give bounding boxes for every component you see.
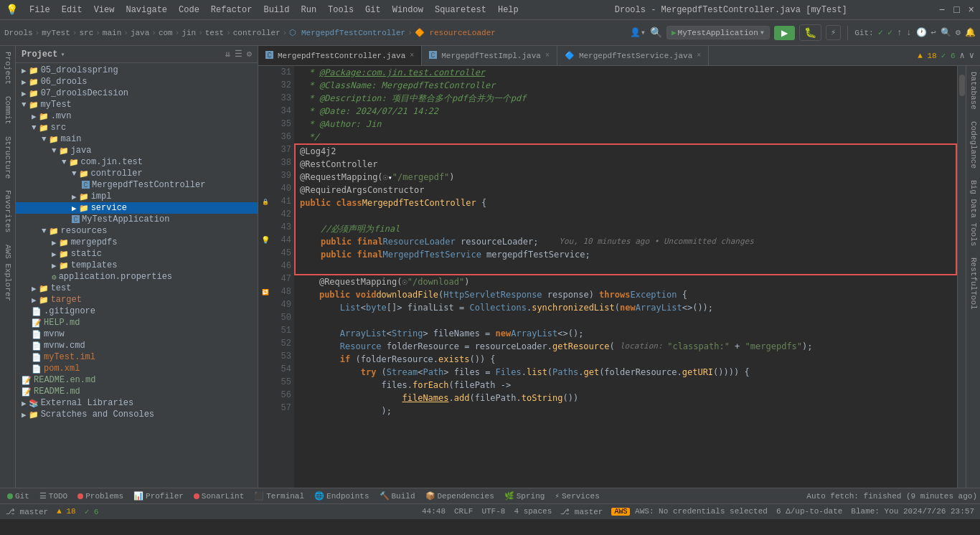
panel-settings-icon[interactable]: ⚙	[247, 49, 252, 60]
code-line-56[interactable]: fileNames.add(filePath.toString())	[294, 392, 957, 404]
terminal-tab-btn[interactable]: ⬛ Terminal	[250, 491, 308, 501]
code-line-47[interactable]: @RequestMapping(☉"/download")	[294, 275, 957, 288]
menu-git[interactable]: Git	[361, 4, 385, 16]
git-push[interactable]: ↑	[897, 28, 902, 38]
menu-window[interactable]: Window	[388, 4, 428, 16]
git-status[interactable]: ⎇ master	[6, 507, 48, 516]
profiler-tab-btn[interactable]: 📊 Profiler	[129, 491, 188, 501]
code-line-52[interactable]: Resource folderResource = resourceLoader…	[294, 340, 957, 353]
code-line-50[interactable]	[294, 314, 957, 327]
git-check2[interactable]: ✓	[887, 27, 892, 38]
tree-item-com-jin-test[interactable]: ▼ 📁 com.jin.test	[16, 156, 258, 168]
menu-view[interactable]: View	[90, 4, 119, 16]
tree-item-mergepdftestcontroller[interactable]: 🅲 MergepdfTestController	[16, 179, 258, 191]
code-line-34[interactable]: * @Date: 2024/07/21 14:22	[294, 105, 957, 118]
code-line-38[interactable]: @RestController	[296, 158, 956, 171]
scrollbar-thumb[interactable]	[959, 75, 965, 96]
cursor-position[interactable]: 44:48	[422, 507, 446, 516]
bc-class[interactable]: ⬡ MergepdfTestController	[289, 28, 405, 37]
menu-build[interactable]: Build	[259, 4, 293, 16]
tree-item-06-drools[interactable]: ▶ 📁 06_drools	[16, 76, 258, 87]
tree-item-service[interactable]: ▶ 📁 service	[16, 202, 258, 214]
sonar-tab-btn[interactable]: SonarLint	[189, 491, 248, 501]
indent[interactable]: 4 spaces	[514, 507, 552, 516]
code-line-35[interactable]: * @Author: Jin	[294, 118, 957, 131]
window-controls[interactable]: − □ ×	[939, 4, 974, 16]
nav-up-icon[interactable]: ∧	[960, 50, 965, 61]
tree-item-test[interactable]: ▶ 📁 test	[16, 283, 258, 294]
tree-item-mergepdfs[interactable]: ▶ 📁 mergepdfs	[16, 237, 258, 248]
code-line-36[interactable]: */	[294, 131, 957, 143]
tree-item-mytestapplication[interactable]: 🅲 MyTestApplication	[16, 214, 258, 225]
tree-item-main[interactable]: ▼ 📁 main	[16, 133, 258, 145]
panel-bigdata[interactable]: Big Data Tools	[968, 174, 979, 252]
sidebar-commit-label[interactable]: Commit	[2, 90, 14, 131]
code-line-42[interactable]	[296, 209, 956, 222]
code-line-39[interactable]: @RequestMapping(☉▾"/mergepdf")	[296, 171, 956, 184]
bc-java[interactable]: java	[131, 29, 149, 37]
endpoints-tab-btn[interactable]: 🌐 Endpoints	[310, 491, 373, 501]
dependencies-tab-btn[interactable]: 📦 Dependencies	[421, 491, 499, 501]
tab-mergepdftestimpl[interactable]: 🅲 MergepdfTestImpl.java ×	[422, 46, 557, 65]
problems-tab-btn[interactable]: Problems	[73, 491, 128, 501]
git-check1[interactable]: ✓	[878, 27, 883, 38]
code-line-46[interactable]	[296, 261, 956, 274]
panel-restfultool[interactable]: RestfulTool	[968, 252, 979, 316]
bc-src[interactable]: src	[79, 29, 93, 37]
code-line-51[interactable]: ArrayList<String> fileNames = new ArrayL…	[294, 327, 957, 340]
collapse-all-icon[interactable]: ⇊	[225, 49, 230, 60]
code-editor[interactable]: * @Package:com.jin.test.controller * @Cl…	[294, 66, 957, 488]
tab-close-btn[interactable]: ×	[410, 52, 414, 60]
code-line-40[interactable]: @RequiredArgsConstructor	[296, 184, 956, 197]
hide-panel-icon[interactable]: ☰	[235, 49, 242, 60]
tree-item-java[interactable]: ▼ 📁 java	[16, 145, 258, 156]
tab-close-btn[interactable]: ×	[697, 52, 701, 60]
git-branch[interactable]: ⎇ master	[560, 507, 603, 516]
tab-close-btn[interactable]: ×	[545, 52, 550, 60]
spring-tab-btn[interactable]: 🌿 Spring	[500, 491, 550, 501]
code-line-43[interactable]: //必须声明为final	[296, 222, 956, 235]
tree-item-07-droolsdecision[interactable]: ▶ 📁 07_droolsDecision	[16, 87, 258, 99]
panel-codeglance[interactable]: Codeglance	[968, 115, 979, 174]
run-button[interactable]: ▶	[774, 26, 795, 40]
bc-main[interactable]: main	[103, 29, 121, 37]
menu-refactor[interactable]: Refactor	[207, 4, 257, 16]
code-line-54[interactable]: try (Stream<Path> files = Files.list(Pat…	[294, 366, 957, 379]
tree-item-src[interactable]: ▼ 📁 src	[16, 122, 258, 133]
tree-item-impl[interactable]: ▶ 📁 impl	[16, 191, 258, 202]
tree-item-scratches[interactable]: ▶ 📁 Scratches and Consoles	[16, 409, 258, 420]
encoding[interactable]: UTF-8	[481, 507, 505, 516]
code-line-53[interactable]: if (folderResource.exists()) {	[294, 353, 957, 366]
services-tab-btn[interactable]: ⚡ Services	[550, 491, 603, 501]
debug-icon[interactable]: 🐛	[799, 24, 821, 41]
run-config-dropdown[interactable]: ▾	[760, 27, 765, 38]
tab-mergepdftestservice[interactable]: 🔷 MergepdfTestService.java ×	[557, 46, 709, 65]
git-pull[interactable]: ↓	[906, 28, 911, 38]
tree-item-mytest[interactable]: ▼ 📁 myTest	[16, 99, 258, 110]
tree-item-target[interactable]: ▶ 📁 target	[16, 294, 258, 306]
bc-jin[interactable]: jin	[182, 29, 196, 37]
code-line-33[interactable]: * @Description: 项目中整合多个pdf合并为一个pdf	[294, 92, 957, 105]
menu-edit[interactable]: Edit	[57, 4, 87, 16]
search-icon[interactable]: 🔍	[941, 27, 951, 38]
minimize-btn[interactable]: −	[939, 4, 945, 16]
tree-item-mvnw[interactable]: 📄 mvnw	[16, 328, 258, 340]
menu-navigate[interactable]: Navigate	[121, 4, 171, 16]
build-tab-btn[interactable]: 🔨 Build	[375, 491, 420, 501]
aws-status[interactable]: AWS AWS: No credentials selected	[611, 507, 767, 516]
settings-icon[interactable]: ⚙	[956, 27, 961, 38]
tree-item-pom-xml[interactable]: 📄 pom.xml	[16, 363, 258, 374]
menu-squaretest[interactable]: Squaretest	[430, 4, 491, 16]
code-line-32[interactable]: * @ClassName: MergepdfTestController	[294, 79, 957, 92]
run-config-label[interactable]: MyTestApplication	[678, 29, 758, 37]
ok-count[interactable]: ✓ 6	[85, 507, 99, 516]
bc-com[interactable]: com	[159, 29, 173, 37]
tab-mergepdftestcontroller[interactable]: 🅲 MergepdfTestController.java ×	[258, 46, 422, 65]
code-line-31[interactable]: * @Package:com.jin.test.controller	[294, 66, 957, 79]
sidebar-structure-label[interactable]: Structure	[2, 131, 14, 184]
menu-run[interactable]: Run	[296, 4, 321, 16]
tree-item-mvn[interactable]: ▶ 📁 .mvn	[16, 110, 258, 122]
code-line-57[interactable]: );	[294, 404, 957, 417]
close-btn[interactable]: ×	[969, 4, 974, 16]
tree-item-resources[interactable]: ▼ 📁 resources	[16, 225, 258, 237]
